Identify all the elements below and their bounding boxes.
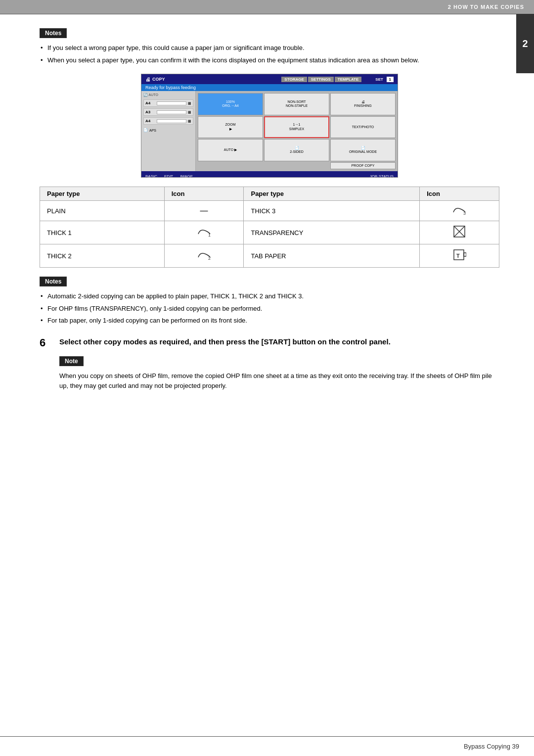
table-row-1: PLAIN — THICK 3 3 [40,201,499,221]
copy-ui-set: SET 1 [375,77,394,82]
ui-btn-2sided: 📄 2-SIDED [264,139,329,161]
step-6-section: 6 Select other copy modes as required, a… [40,336,499,348]
copy-ui-center-panel: 100% ORG.→A4 NON-SORT NON-STAPLE 🖨 FINIS… [196,91,398,171]
copy-tab-storage: STORAGE [281,77,307,82]
thick1-svg: 1 [196,226,212,237]
aps-row: 📄APS [143,128,193,132]
ui-btn-proof-copy: PROOF COPY [330,162,396,169]
cell-tabpaper: TAB PAPER [244,244,420,268]
cell-thick1-icon: 1 [164,221,244,244]
note-body-text: When you copy on sheets of OHP film, rem… [59,371,499,392]
paper-row-a4-1: A4 ▦ [143,99,193,107]
auto-label: 🔄 AUTO [143,93,193,97]
footer: Bypass Copying 39 [0,736,534,756]
cell-tabpaper-icon: T [420,244,499,268]
svg-text:T: T [456,253,460,259]
ui-btn-non-sort: NON-SORT NON-STAPLE [264,93,329,115]
svg-text:2: 2 [208,256,211,260]
ui-btn-finishing: 🖨 FINISHING [330,93,396,115]
notes-list-1: If you select a wrong paper type, this c… [40,43,499,65]
cell-thick2-icon: 2 [164,244,244,268]
cell-transparency: TRANSPARENCY [244,221,420,244]
auto-proof-group: AUTO ▶ [198,139,263,161]
cell-thick2: THICK 2 [40,244,165,268]
copy-ui-body: 🔄 AUTO A4 ▦ A3 ▦ A4 [141,91,398,171]
transparency-svg [452,225,466,238]
col-icon-2: Icon [420,187,499,201]
col-paper-type-2: Paper type [244,187,420,201]
svg-rect-7 [464,253,466,256]
note-badge: Note [59,356,84,366]
note-item-2-2: For OHP films (TRANSPARENCY), only 1-sid… [40,304,499,314]
copy-ui-tabs: STORAGE SETTINGS TEMPLATE [281,77,361,82]
ui-btn-original-mode: 📄 ORIGINAL MODE [330,139,396,161]
notes-section-2: Notes Automatic 2-sided copying can be a… [40,277,499,326]
col-paper-type-1: Paper type [40,187,165,201]
paper-type-table: Paper type Icon Paper type Icon PLAIN — … [40,187,499,268]
footer-text: Bypass Copying 39 [464,743,519,750]
copy-ui-topbar: 🖨 COPY STORAGE SETTINGS TEMPLATE SET 1 [141,74,398,84]
cell-plain: PLAIN [40,201,165,221]
ui-btn-auto: AUTO ▶ [198,139,263,161]
note-section: Note When you copy on sheets of OHP film… [59,356,499,392]
note-item-1-1: If you select a wrong paper type, this c… [40,43,499,53]
ui-btn-zoom: ZOOM ▶ [198,116,263,139]
copy-ui-left-panel: 🔄 AUTO A4 ▦ A3 ▦ A4 [141,91,196,171]
cell-plain-icon: — [164,201,244,221]
paper-row-a3: A3 ▦ [143,108,193,116]
col-icon-1: Icon [164,187,244,201]
copy-ui-bypass-bar: Ready for bypass feeding [141,84,398,91]
paper-row-a4-2: A4 ▦ [143,117,193,125]
notes-section-1: Notes If you select a wrong paper type, … [40,28,499,65]
header-bar: 2 HOW TO MAKE COPIES [0,0,534,14]
cell-transparency-icon [420,221,499,244]
ui-btn-zoom-100: 100% ORG.→A4 [198,93,263,115]
svg-text:1: 1 [208,233,211,237]
tabpaper-svg: T [452,248,466,262]
thick3-svg: 3 [451,204,467,215]
notes-badge-2: Notes [40,277,67,286]
cell-thick3: THICK 3 [244,201,420,221]
copy-title: 🖨 COPY [145,77,165,82]
step-6-text: Select other copy modes as required, and… [59,336,391,348]
header-title: 2 HOW TO MAKE COPIES [448,4,524,10]
cell-thick3-icon: 3 [420,201,499,221]
copy-ui-bottom-bar: BASIC EDIT IMAGE JOB STATUS [141,171,398,178]
main-content: Notes If you select a wrong paper type, … [0,14,534,405]
cell-thick1: THICK 1 [40,221,165,244]
chapter-marker: 2 [516,14,534,73]
ui-btn-simplex: 1→1 SIMPLEX [264,116,329,139]
svg-text:3: 3 [463,211,466,215]
step-6-number: 6 [40,336,53,348]
notes-badge-1: Notes [40,28,67,38]
screen-container: 🖨 COPY STORAGE SETTINGS TEMPLATE SET 1 R… [40,74,499,178]
ui-btn-text-photo: TEXT/PHOTO [330,116,396,139]
notes-list-2: Automatic 2-sided copying can be applied… [40,291,499,326]
note-item-2-1: Automatic 2-sided copying can be applied… [40,291,499,301]
copy-ui: 🖨 COPY STORAGE SETTINGS TEMPLATE SET 1 R… [141,74,398,177]
thick2-svg: 2 [196,249,212,260]
copy-tab-template: TEMPLATE [335,77,362,82]
table-row-2: THICK 1 1 TRANSPARENCY [40,221,499,244]
table-header-row: Paper type Icon Paper type Icon [40,187,499,201]
copy-tab-settings: SETTINGS [308,77,334,82]
copy-screen-image: 🖨 COPY STORAGE SETTINGS TEMPLATE SET 1 R… [141,74,398,178]
copy-ui-bottom-tabs: BASIC EDIT IMAGE [145,174,193,178]
note-item-2-3: For tab paper, only 1-sided copying can … [40,316,499,326]
note-item-1-2: When you select a paper type, you can co… [40,55,499,65]
table-row-3: THICK 2 2 TAB PAPER T [40,244,499,268]
